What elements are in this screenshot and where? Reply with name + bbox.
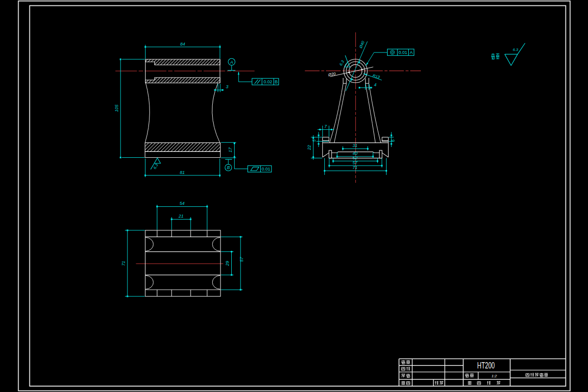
svg-text:A: A xyxy=(230,60,233,65)
svg-text:81: 81 xyxy=(180,170,185,175)
svg-text:29: 29 xyxy=(225,261,230,266)
svg-text:40: 40 xyxy=(353,151,358,156)
svg-text:0.01: 0.01 xyxy=(399,50,408,55)
svg-text:17: 17 xyxy=(228,147,233,152)
svg-text:71: 71 xyxy=(121,261,126,266)
svg-text:105: 105 xyxy=(114,104,119,112)
svg-text:54: 54 xyxy=(180,201,185,206)
svg-text:6.3: 6.3 xyxy=(513,48,518,52)
svg-text:B: B xyxy=(227,165,230,170)
svg-text:4: 4 xyxy=(374,82,376,87)
svg-text:22: 22 xyxy=(307,145,312,150)
svg-text:21: 21 xyxy=(178,214,184,219)
svg-text:57: 57 xyxy=(353,160,358,165)
svg-text:31: 31 xyxy=(353,143,358,148)
svg-text:0.01: 0.01 xyxy=(262,167,270,172)
svg-text:0.02: 0.02 xyxy=(264,79,272,84)
svg-text:A: A xyxy=(410,50,413,55)
svg-text:HT200: HT200 xyxy=(477,361,495,370)
svg-text:84: 84 xyxy=(180,42,185,47)
svg-text:B: B xyxy=(275,79,278,84)
svg-text:71: 71 xyxy=(353,165,358,170)
svg-text:57: 57 xyxy=(239,256,244,262)
svg-text:1:2: 1:2 xyxy=(491,374,497,378)
svg-text:3: 3 xyxy=(226,84,228,89)
